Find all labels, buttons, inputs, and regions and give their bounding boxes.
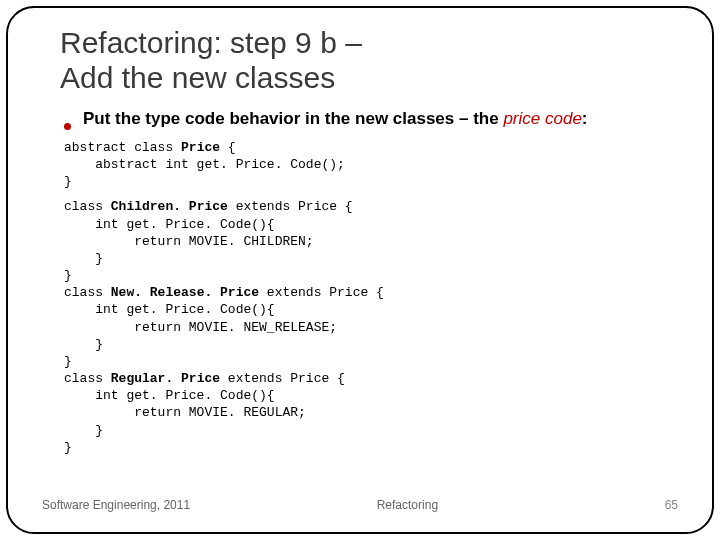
title-line-1: Refactoring: step 9 b – — [60, 26, 362, 59]
bullet-prefix: Put the type code behavior in the new cl… — [83, 109, 503, 128]
footer-center: Refactoring — [150, 498, 665, 512]
bullet-emphasis: price code — [503, 109, 581, 128]
bullet-text: Put the type code behavior in the new cl… — [83, 109, 588, 129]
footer: Software Engineering, 2011 Refactoring 6… — [42, 498, 678, 512]
title-line-2: Add the new classes — [60, 61, 335, 94]
bullet-suffix: : — [582, 109, 588, 128]
code-block-2: class Children. Price extends Price { in… — [64, 198, 684, 455]
page-number: 65 — [665, 498, 678, 512]
slide-title: Refactoring: step 9 b – Add the new clas… — [60, 26, 684, 95]
code-block-1: abstract class Price { abstract int get.… — [64, 139, 684, 190]
bullet-item: Put the type code behavior in the new cl… — [64, 109, 684, 129]
bullet-icon — [64, 123, 71, 130]
slide-frame: Refactoring: step 9 b – Add the new clas… — [6, 6, 714, 534]
